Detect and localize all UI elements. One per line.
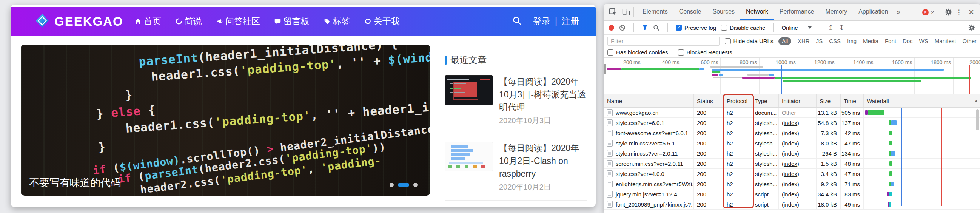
network-settings-gear-icon[interactable] bbox=[968, 24, 975, 31]
initiator-link[interactable]: (index) bbox=[782, 130, 799, 136]
devtools-menu-icon[interactable]: ⋮ bbox=[953, 8, 966, 17]
checkbox-checked-icon[interactable]: ✓ bbox=[676, 25, 682, 30]
filter-funnel-icon[interactable] bbox=[642, 25, 648, 30]
carousel-dot-active[interactable] bbox=[398, 183, 409, 187]
article-thumbnail[interactable] bbox=[445, 141, 493, 172]
checkbox-unchecked-icon[interactable] bbox=[608, 49, 613, 56]
article-title[interactable]: 【每日阅读】2020年10月2日-Clash on raspberry bbox=[499, 141, 587, 180]
export-har-icon[interactable]: ↧ bbox=[839, 24, 845, 32]
article-thumbnail[interactable] bbox=[445, 75, 493, 105]
filter-input[interactable] bbox=[608, 37, 719, 46]
search-icon[interactable] bbox=[512, 16, 522, 27]
network-request-row[interactable]: font_2010989_pnpf7kimxx.js?... 200 h2 sc… bbox=[604, 199, 980, 210]
article-list-item[interactable]: 【每日阅读】2020年10月1日-群晖NAS使用自己… 2020年10月2日 bbox=[445, 200, 587, 207]
request-status: 200 bbox=[694, 108, 724, 118]
devtools-scrollbar-thumb[interactable] bbox=[976, 109, 979, 130]
nav-item-swirl[interactable]: 简说 bbox=[175, 16, 202, 27]
blocked-requests-toggle[interactable]: Blocked Requests bbox=[678, 49, 732, 56]
hide-data-urls-toggle[interactable]: Hide data URLs bbox=[725, 38, 773, 44]
nav-item-comment[interactable]: 留言板 bbox=[274, 16, 310, 27]
initiator-link[interactable]: (index) bbox=[782, 161, 799, 167]
console-error-badge[interactable]: ✕ 2 bbox=[922, 9, 934, 16]
tab-application[interactable]: Application bbox=[853, 4, 894, 21]
article-list-item[interactable]: 【每日阅读】2020年10月2日-Clash on raspberry 2020… bbox=[445, 134, 587, 200]
carousel-dot[interactable] bbox=[414, 183, 417, 187]
filter-chip-img[interactable]: Img bbox=[847, 38, 857, 44]
nav-item-tag[interactable]: 标签 bbox=[324, 16, 350, 27]
tab-performance[interactable]: Performance bbox=[774, 4, 820, 21]
settings-gear-icon[interactable] bbox=[945, 8, 953, 16]
article-list-item[interactable]: 【每日阅读】2020年10月3日-树莓派充当透明代理 2020年10月3日 bbox=[445, 68, 587, 134]
timeline-range-handle[interactable] bbox=[604, 64, 606, 75]
more-tabs-icon[interactable]: » bbox=[894, 8, 903, 16]
column-header-initiator[interactable]: Initiator bbox=[779, 94, 816, 107]
file-icon bbox=[607, 191, 612, 197]
search-network-icon[interactable] bbox=[653, 25, 660, 31]
nav-item-circle[interactable]: 关于我 bbox=[365, 16, 400, 27]
network-request-row[interactable]: style.css?ver=4.0.0 200 h2 stylesh... (i… bbox=[604, 169, 980, 179]
tab-sources[interactable]: Sources bbox=[707, 4, 740, 21]
record-icon[interactable] bbox=[609, 25, 614, 30]
checkbox-unchecked-icon[interactable] bbox=[678, 49, 684, 56]
network-request-row[interactable]: style.min.css?ver=5.5.1 200 h2 stylesh..… bbox=[604, 138, 980, 148]
network-request-row[interactable]: jquery.min.js?ver=1.12.4 200 h2 script (… bbox=[604, 189, 980, 199]
tab-network[interactable]: Network bbox=[740, 4, 774, 21]
filter-chip-manifest[interactable]: Manifest bbox=[935, 38, 956, 44]
filter-chip-all[interactable]: All bbox=[778, 37, 791, 45]
register-link[interactable]: 注册 bbox=[562, 16, 579, 27]
filter-chip-media[interactable]: Media bbox=[863, 38, 878, 44]
network-request-row[interactable]: screen.min.css?ver=2.0.11 200 h2 stylesh… bbox=[604, 159, 980, 169]
throttling-dropdown[interactable]: Online bbox=[781, 25, 811, 31]
initiator-link[interactable]: (index) bbox=[782, 171, 799, 177]
close-devtools-icon[interactable]: × bbox=[969, 7, 974, 17]
filter-chip-other[interactable]: Other bbox=[962, 38, 977, 44]
disable-cache-toggle[interactable]: Disable cache bbox=[721, 25, 765, 31]
preserve-log-toggle[interactable]: ✓ Preserve log bbox=[676, 25, 716, 31]
hero-carousel-slide[interactable]: parseInt(header1_initialDistance) {heade… bbox=[21, 45, 430, 196]
network-overview-timeline[interactable]: 200 ms400 ms600 ms800 ms1000 ms1200 ms14… bbox=[604, 58, 980, 94]
device-toolbar-icon[interactable] bbox=[622, 8, 630, 16]
column-header-status[interactable]: Status bbox=[694, 94, 724, 107]
checkbox-unchecked-icon[interactable] bbox=[721, 25, 727, 30]
clear-icon[interactable] bbox=[619, 25, 625, 31]
login-link[interactable]: 登录 bbox=[533, 16, 550, 27]
article-title[interactable]: 【每日阅读】2020年10月3日-树莓派充当透明代理 bbox=[499, 75, 587, 114]
tab-elements[interactable]: Elements bbox=[637, 4, 673, 21]
initiator-link[interactable]: (index) bbox=[782, 120, 799, 126]
tab-memory[interactable]: Memory bbox=[819, 4, 853, 21]
initiator-link[interactable]: (index) bbox=[782, 181, 799, 187]
initiator-link[interactable]: (index) bbox=[782, 150, 799, 157]
import-har-icon[interactable]: ↥ bbox=[828, 24, 834, 32]
filter-chip-ws[interactable]: WS bbox=[919, 38, 928, 44]
carousel-dot[interactable] bbox=[390, 183, 394, 187]
network-request-row[interactable]: style.css?ver=6.0.1 200 h2 stylesh... (i… bbox=[604, 118, 980, 128]
network-request-row[interactable]: style.min.css?ver=2.0.11 200 h2 stylesh.… bbox=[604, 148, 980, 159]
sort-ascending-icon[interactable]: ▲ bbox=[974, 98, 978, 103]
logo-diamond-icon bbox=[35, 13, 50, 30]
nav-item-home[interactable]: 首页 bbox=[135, 16, 161, 27]
network-request-row[interactable]: enlighterjs.min.css?ver=r5WXi... 200 h2 … bbox=[604, 179, 980, 189]
request-initiator: (index) bbox=[779, 159, 816, 168]
filter-chip-xhr[interactable]: XHR bbox=[798, 38, 810, 44]
site-logo[interactable]: GEEKGAO bbox=[35, 13, 123, 30]
network-request-row[interactable]: font-awesome.css?ver=6.0.1 200 h2 styles… bbox=[604, 128, 980, 138]
nav-item-megaphone[interactable]: 问答社区 bbox=[216, 16, 260, 27]
column-header-type[interactable]: Type bbox=[752, 94, 779, 107]
filter-chip-js[interactable]: JS bbox=[816, 38, 823, 44]
column-header-name[interactable]: Name bbox=[604, 94, 694, 107]
has-blocked-cookies-toggle[interactable]: Has blocked cookies bbox=[608, 49, 668, 56]
tab-console[interactable]: Console bbox=[673, 4, 707, 21]
initiator-link[interactable]: (index) bbox=[782, 191, 799, 197]
initiator-link[interactable]: (index) bbox=[782, 140, 799, 146]
inspect-element-icon[interactable] bbox=[609, 8, 617, 16]
filter-chip-doc[interactable]: Doc bbox=[903, 38, 913, 44]
network-request-row[interactable]: www.geekgao.cn 200 h2 docum... Other 13.… bbox=[604, 108, 980, 118]
checkbox-unchecked-icon[interactable] bbox=[725, 38, 731, 44]
column-header-time[interactable]: Time bbox=[841, 94, 864, 107]
column-header-waterfall[interactable]: Waterfall bbox=[864, 94, 980, 107]
column-header-size[interactable]: Size bbox=[816, 94, 841, 107]
filter-chip-font[interactable]: Font bbox=[885, 38, 896, 44]
initiator-link[interactable]: (index) bbox=[782, 201, 799, 208]
filter-chip-css[interactable]: CSS bbox=[829, 38, 841, 44]
column-header-protocol[interactable]: Protocol bbox=[724, 94, 752, 107]
